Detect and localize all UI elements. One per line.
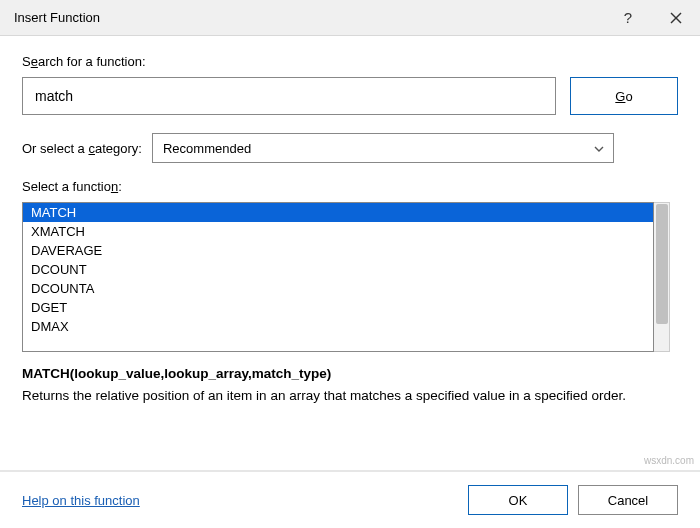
function-list-label: Select a function: — [22, 179, 678, 194]
close-button[interactable] — [652, 0, 700, 36]
search-label: Search for a function: — [22, 54, 678, 69]
help-button[interactable]: ? — [604, 0, 652, 36]
function-list-scrollbar[interactable] — [654, 202, 670, 352]
chevron-down-icon — [593, 143, 605, 155]
list-item[interactable]: DMAX — [23, 317, 653, 336]
list-item[interactable]: DGET — [23, 298, 653, 317]
scrollbar-thumb[interactable] — [656, 204, 668, 324]
function-signature: MATCH(lookup_value,lookup_array,match_ty… — [22, 366, 678, 381]
list-item[interactable]: XMATCH — [23, 222, 653, 241]
help-icon: ? — [624, 9, 632, 26]
function-description: Returns the relative position of an item… — [22, 387, 678, 405]
dialog-footer: Help on this function OK Cancel — [0, 470, 700, 528]
close-icon — [670, 12, 682, 24]
watermark: wsxdn.com — [644, 455, 694, 466]
go-button[interactable]: Go — [570, 77, 678, 115]
list-item[interactable]: MATCH — [23, 203, 653, 222]
category-select[interactable]: Recommended — [152, 133, 614, 163]
list-item[interactable]: DAVERAGE — [23, 241, 653, 260]
cancel-button[interactable]: Cancel — [578, 485, 678, 515]
category-selected-text: Recommended — [163, 141, 251, 156]
category-label: Or select a category: — [22, 141, 142, 156]
list-item[interactable]: DCOUNTA — [23, 279, 653, 298]
title-bar: Insert Function ? — [0, 0, 700, 36]
list-item[interactable]: DCOUNT — [23, 260, 653, 279]
search-input[interactable] — [22, 77, 556, 115]
help-link[interactable]: Help on this function — [22, 493, 140, 508]
dialog-title: Insert Function — [14, 10, 604, 25]
function-listbox[interactable]: MATCHXMATCHDAVERAGEDCOUNTDCOUNTADGETDMAX — [22, 202, 654, 352]
ok-button[interactable]: OK — [468, 485, 568, 515]
